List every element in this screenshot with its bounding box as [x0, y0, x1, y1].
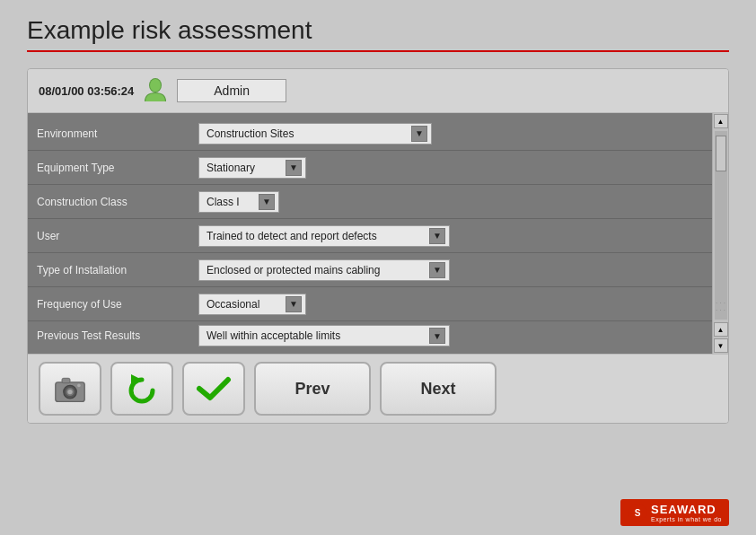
seaward-logo: S SEAWARD Experts in what we do — [620, 499, 729, 526]
construction-class-control: Class I ▼ — [198, 191, 703, 213]
field-label-installation: Type of Installation — [37, 264, 198, 276]
equipment-type-dropdown[interactable]: Stationary ▼ — [198, 157, 306, 179]
camera-button[interactable] — [39, 362, 101, 416]
frequency-dropdown-arrow[interactable]: ▼ — [286, 296, 302, 312]
check-icon — [196, 373, 232, 405]
field-label-environment: Environment — [37, 127, 198, 140]
next-label: Next — [420, 380, 455, 399]
svg-point-1 — [150, 79, 161, 92]
svg-rect-6 — [62, 378, 70, 382]
logo-text-area: SEAWARD Experts in what we do — [651, 503, 722, 522]
datetime-label: 08/01/00 03:56:24 — [39, 84, 134, 98]
prev-results-dropdown-arrow[interactable]: ▼ — [429, 328, 445, 344]
installation-control: Enclosed or protected mains cabling ▼ — [198, 259, 703, 281]
scrollbar: ▲ · · ·· · · ▲ ▼ — [712, 113, 728, 354]
form-row-partial: Previous Test Results Well within accept… — [28, 321, 712, 350]
user-control: Trained to detect and report defects ▼ — [198, 225, 703, 247]
form-row: Environment Construction Sites ▼ — [28, 117, 712, 151]
construction-class-dropdown-arrow[interactable]: ▼ — [259, 194, 275, 210]
user-dropdown-arrow[interactable]: ▼ — [429, 228, 445, 244]
admin-label: Admin — [177, 79, 286, 102]
construction-class-dropdown[interactable]: Class I ▼ — [198, 191, 279, 213]
header-bar: 08/01/00 03:56:24 Admin — [28, 69, 728, 113]
svg-text:S: S — [635, 508, 641, 518]
environment-value: Construction Sites — [203, 127, 409, 140]
form-row: Type of Installation Enclosed or protect… — [28, 253, 712, 287]
undo-icon — [124, 373, 160, 405]
form-row: Frequency of Use Occasional ▼ — [28, 287, 712, 321]
installation-dropdown[interactable]: Enclosed or protected mains cabling ▼ — [198, 259, 450, 281]
svg-point-7 — [77, 384, 81, 388]
frequency-value: Occasional — [203, 298, 284, 311]
prev-button[interactable]: Prev — [254, 362, 371, 416]
prev-results-value: Well within acceptable limits — [203, 329, 427, 342]
frequency-dropdown[interactable]: Occasional ▼ — [198, 294, 306, 315]
scroll-dots: · · ·· · · — [715, 298, 727, 316]
brand-tagline: Experts in what we do — [651, 516, 722, 522]
equipment-type-value: Stationary — [203, 162, 284, 174]
next-button[interactable]: Next — [380, 362, 497, 416]
field-label-prev-results: Previous Test Results — [37, 329, 198, 342]
installation-dropdown-arrow[interactable]: ▼ — [429, 262, 445, 278]
environment-control: Construction Sites ▼ — [198, 123, 703, 145]
installation-value: Enclosed or protected mains cabling — [203, 264, 427, 276]
undo-button[interactable] — [110, 362, 173, 416]
form-row: Construction Class Class I ▼ — [28, 185, 712, 219]
camera-icon — [54, 373, 86, 405]
bottom-bar: Prev Next — [28, 354, 728, 423]
form-row: Equipment Type Stationary ▼ — [28, 151, 712, 185]
user-icon — [143, 76, 168, 105]
prev-label: Prev — [294, 380, 330, 399]
field-label-construction-class: Construction Class — [37, 196, 198, 208]
svg-point-5 — [67, 390, 72, 394]
environment-dropdown[interactable]: Construction Sites ▼ — [198, 123, 432, 145]
construction-class-value: Class I — [203, 196, 257, 208]
equipment-type-control: Stationary ▼ — [198, 157, 703, 179]
prev-results-control: Well within acceptable limits ▼ — [198, 325, 703, 346]
field-label-frequency: Frequency of Use — [37, 298, 198, 311]
user-dropdown[interactable]: Trained to detect and report defects ▼ — [198, 225, 450, 247]
scroll-track[interactable]: · · ·· · · — [715, 131, 727, 320]
scroll-up-button[interactable]: ▲ — [714, 114, 728, 128]
main-card: 08/01/00 03:56:24 Admin Environment Cons… — [27, 68, 729, 424]
prev-results-dropdown[interactable]: Well within acceptable limits ▼ — [198, 325, 450, 346]
equipment-type-dropdown-arrow[interactable]: ▼ — [286, 160, 302, 176]
form-content: Environment Construction Sites ▼ Equipme… — [28, 113, 712, 354]
form-row: User Trained to detect and report defect… — [28, 219, 712, 253]
field-label-user: User — [37, 230, 198, 242]
environment-dropdown-arrow[interactable]: ▼ — [411, 126, 427, 142]
form-area: Environment Construction Sites ▼ Equipme… — [28, 113, 728, 354]
seaward-logo-icon: S — [628, 503, 647, 522]
page-title: Example risk assessment — [27, 16, 729, 52]
brand-name: SEAWARD — [651, 503, 722, 516]
scroll-thumb[interactable] — [716, 136, 726, 171]
scroll-down-button-top[interactable]: ▲ — [714, 322, 728, 337]
field-label-equipment-type: Equipment Type — [37, 162, 198, 174]
scroll-down-button-bottom[interactable]: ▼ — [714, 338, 728, 353]
user-value: Trained to detect and report defects — [203, 230, 427, 242]
confirm-button[interactable] — [182, 362, 245, 416]
frequency-control: Occasional ▼ — [198, 294, 703, 315]
